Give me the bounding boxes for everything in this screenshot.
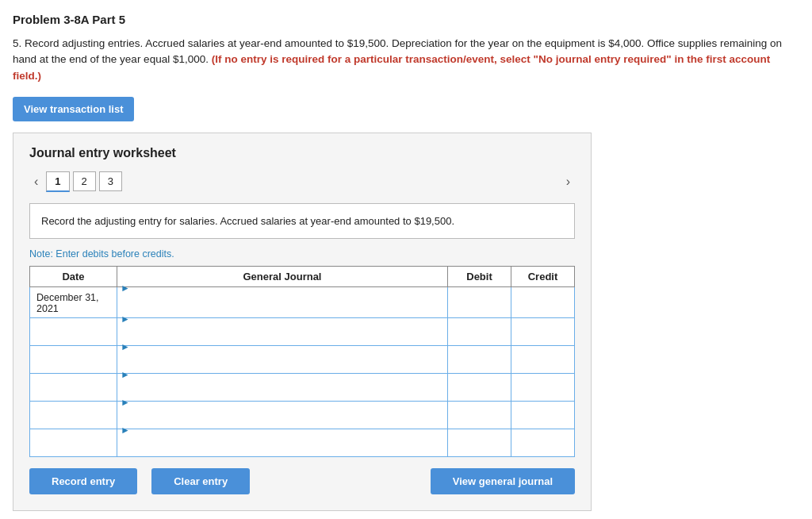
problem-description: 5. Record adjusting entries. Accrued sal… (13, 36, 790, 84)
debit-input-4[interactable] (448, 374, 511, 401)
date-cell: December 31,2021 (30, 287, 117, 318)
journal-input-2[interactable] (121, 325, 447, 352)
date-cell-3 (30, 346, 117, 374)
journal-input-3[interactable] (121, 352, 447, 379)
journal-input-1[interactable] (121, 294, 447, 324)
record-entry-button[interactable]: Record entry (29, 468, 137, 494)
tab-next-arrow[interactable]: › (561, 173, 575, 190)
debit-input-1[interactable] (448, 287, 511, 317)
instruction-box: Record the adjusting entry for salaries.… (29, 203, 575, 240)
credit-cell-4[interactable] (511, 374, 575, 402)
debit-cell-2[interactable] (448, 318, 511, 346)
date-cell-6 (30, 429, 117, 457)
debit-input-6[interactable] (448, 429, 511, 456)
date-cell-4 (30, 374, 117, 402)
row-arrow-icon-6: ► (121, 425, 130, 436)
debit-input-2[interactable] (448, 318, 511, 345)
note-text: Note: Enter debits before credits. (29, 248, 575, 260)
journal-input-6[interactable] (121, 436, 447, 463)
credit-cell-2[interactable] (511, 318, 575, 346)
tab-navigation: ‹ 1 2 3 › (29, 171, 575, 192)
tab-3[interactable]: 3 (99, 171, 122, 191)
credit-cell-5[interactable] (511, 402, 575, 429)
clear-entry-button[interactable]: Clear entry (151, 468, 250, 494)
problem-number: 5. (13, 37, 21, 49)
table-row: December 31,2021 ► (30, 287, 575, 318)
row-arrow-icon: ► (121, 283, 130, 294)
credit-input-5[interactable] (511, 402, 574, 429)
button-row: Record entry Clear entry View general jo… (29, 468, 575, 494)
credit-input-2[interactable] (511, 318, 574, 345)
credit-cell-6[interactable] (511, 429, 575, 457)
header-date: Date (30, 267, 117, 287)
tab-prev-arrow[interactable]: ‹ (29, 173, 43, 190)
tab-2[interactable]: 2 (73, 171, 96, 191)
credit-input-4[interactable] (511, 374, 574, 401)
debit-cell-4[interactable] (448, 374, 511, 402)
credit-input-6[interactable] (511, 429, 574, 456)
row-arrow-icon-3: ► (121, 341, 130, 352)
view-transaction-button[interactable]: View transaction list (13, 97, 134, 121)
row-arrow-icon-4: ► (121, 369, 130, 380)
debit-cell-3[interactable] (448, 346, 511, 374)
credit-input-3[interactable] (511, 346, 574, 373)
worksheet-container: Journal entry worksheet ‹ 1 2 3 › Record… (13, 133, 592, 512)
debit-cell[interactable] (448, 287, 511, 318)
header-credit: Credit (511, 267, 575, 287)
credit-input-1[interactable] (511, 287, 574, 317)
debit-input-3[interactable] (448, 346, 511, 373)
date-cell-5 (30, 402, 117, 429)
journal-table: Date General Journal Debit Credit Decemb… (29, 266, 575, 457)
debit-input-5[interactable] (448, 402, 511, 429)
worksheet-title: Journal entry worksheet (29, 146, 575, 160)
view-general-journal-button[interactable]: View general journal (431, 468, 575, 494)
credit-cell-3[interactable] (511, 346, 575, 374)
debit-cell-5[interactable] (448, 402, 511, 429)
journal-input-4[interactable] (121, 380, 447, 407)
debit-cell-6[interactable] (448, 429, 511, 457)
header-debit: Debit (448, 267, 511, 287)
date-cell-2 (30, 318, 117, 346)
journal-cell[interactable]: ► (117, 287, 448, 318)
row-arrow-icon-2: ► (121, 313, 130, 325)
journal-input-5[interactable] (121, 408, 447, 435)
tab-1[interactable]: 1 (46, 171, 69, 192)
header-general-journal: General Journal (117, 267, 448, 287)
row-arrow-icon-5: ► (121, 397, 130, 408)
problem-title: Problem 3-8A Part 5 (13, 13, 799, 26)
credit-cell[interactable] (511, 287, 575, 318)
